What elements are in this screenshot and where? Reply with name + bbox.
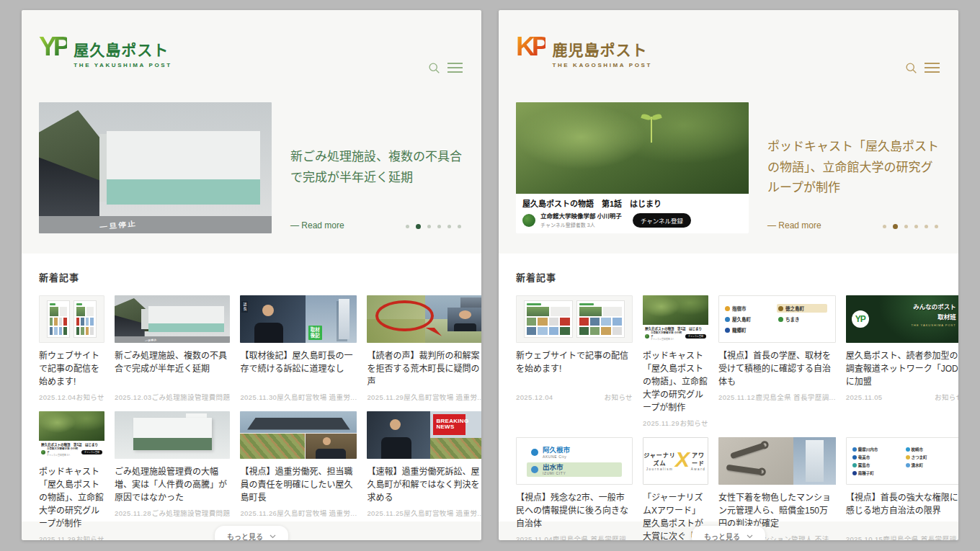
carousel-dot[interactable] — [914, 225, 918, 228]
read-more-link[interactable]: — Read more — [767, 220, 821, 230]
article-thumbnail: 指宿市徳之島町屋久島町ちまき龍郷町 — [718, 295, 836, 343]
article-card[interactable]: ジャーナリズムJournalismXアワードAward 「ジャーナリズムXアワー… — [643, 437, 708, 540]
channel-name: 立命館大学映像学部 小川明子 — [47, 447, 79, 454]
article-card[interactable]: 【読者の声】裁判所の和解案を拒否する荒木町長に疑問の声 2025.11.29 屋… — [367, 295, 481, 402]
article-category[interactable]: 屋久島町営牧場 過重労... — [404, 508, 481, 518]
carousel-dot[interactable] — [437, 225, 441, 228]
article-card[interactable]: BREAKING NEWS 【速報】過重労働死訴訟、屋久島町が和解ではなく判決を… — [367, 411, 481, 540]
carousel-dot[interactable] — [935, 225, 938, 228]
article-card[interactable]: 女性下着を物色したマンション元管理人ら、賠償金150万円の判決が確定 2025.… — [718, 437, 836, 540]
coverage-note-badge: 取材 後記 — [308, 326, 322, 340]
hero-image[interactable]: 一旦停止 — [39, 102, 272, 233]
article-card[interactable]: 屋久島ポストの物語 第1話 はじまり立命館大学映像学部 小川明子チャンネル登録者… — [643, 295, 708, 428]
carousel-dot[interactable] — [458, 225, 461, 228]
article-date: 2025.12.04 — [516, 393, 553, 401]
article-title: 【速報】過重労働死訴訟、屋久島町が和解ではなく判決を求める — [367, 465, 481, 504]
article-card[interactable]: 新ウェブサイトで記事の配信を始めます! 2025.12.04 お知らせ — [516, 295, 633, 428]
article-card[interactable]: 議長取材 後記 【取材後記】屋久島町長の一存で続ける訴訟に道理なし 2025.1… — [240, 295, 357, 402]
article-category[interactable]: ごみ処理施設管理費問題 — [152, 392, 231, 402]
article-category[interactable]: 鹿児島全県 首長学歴調... — [756, 392, 836, 402]
carousel-dot[interactable] — [925, 225, 928, 228]
channel-avatar — [522, 214, 535, 227]
article-category[interactable]: お知らせ — [680, 418, 708, 428]
carousel-dot[interactable] — [883, 225, 886, 228]
load-more-button[interactable]: もっと見る — [692, 526, 765, 540]
article-meta: 2025.12.03 ごみ処理施設管理費問題 — [115, 392, 230, 402]
carousel-dot[interactable] — [904, 225, 908, 228]
article-category[interactable]: 屋久島町営牧場 過重労... — [277, 508, 357, 518]
article-title: 【視点】首長の強大な権限に感じる地方自治法の限界 — [846, 491, 958, 530]
article-title: 【読者の声】裁判所の和解案を拒否する荒木町長に疑問の声 — [367, 349, 481, 388]
article-card[interactable]: YPみんなのポスト取材班THE YAKUSHIMA POST 屋久島ポスト、読者… — [846, 295, 958, 428]
hero-image[interactable]: 屋久島ポストの物語 第1話 はじまり立命館大学映像学部 小川明子チャンネル登録者… — [516, 102, 749, 233]
read-more-link[interactable]: — Read more — [290, 220, 344, 230]
channel-name: 立命館大学映像学部 小川明子 — [540, 212, 622, 220]
load-more-label: もっと見る — [704, 531, 740, 540]
article-date: 2025.11.30 — [240, 393, 277, 401]
articles-grid: 新ウェブサイトで記事の配信を始めます! 2025.12.04 お知らせ 屋久島ポ… — [516, 295, 941, 540]
hero-carousel: 屋久島ポストの物語 第1話 はじまり立命館大学映像学部 小川明子チャンネル登録者… — [499, 91, 958, 233]
article-category[interactable]: マンション管理人 不法... — [756, 534, 836, 540]
article-meta: 2025.10.15 鹿児島全県 首長学歴調... — [846, 534, 958, 540]
article-title: 【視点】首長の学歴、取材を受けて積極的に確認する自治体も — [718, 349, 836, 388]
article-date: 2025.11.28 — [115, 509, 151, 517]
search-icon[interactable] — [905, 62, 917, 74]
article-card[interactable]: 指宿市徳之島町屋久島町ちまき龍郷町 【視点】首長の学歴、取材を受けて積極的に確認… — [718, 295, 836, 428]
carousel-dot[interactable] — [406, 225, 409, 228]
article-meta: 2025.11.26 屋久島町営牧場 過重労... — [240, 508, 357, 518]
news-section: 新着記事 新ウェブサイトで記事の配信を始めます! 2025.12.04 お知らせ… — [499, 254, 958, 521]
article-card[interactable]: 阿久根市AKUNE City出水市IZUMI CITY 【視点】残念な2市、一般… — [516, 437, 633, 540]
desktop-background: { "page": { "background": "#b9b9b9" }, "… — [0, 0, 980, 551]
article-category[interactable]: 屋久島町営牧場 過重労... — [277, 392, 357, 402]
site-header: KP 鹿児島ポスト THE KAGOSHIMA POST — [499, 10, 958, 91]
carousel-dot[interactable] — [447, 225, 451, 228]
article-meta: 2025.11.29 お知らせ — [643, 418, 708, 428]
article-card[interactable]: 新ウェブサイトで記事の配信を始めます! 2025.12.04 お知らせ — [39, 295, 104, 402]
carousel-dot[interactable] — [416, 224, 421, 229]
article-category[interactable]: 屋久島町営牧場 過重労... — [404, 392, 481, 402]
article-thumbnail — [39, 295, 104, 343]
search-icon[interactable] — [428, 62, 440, 74]
article-category[interactable]: お知らせ — [605, 392, 633, 402]
article-category[interactable]: お知らせ — [76, 392, 104, 402]
article-category[interactable]: 鹿児島全県 首長学歴調... — [553, 534, 633, 540]
menu-icon[interactable] — [447, 61, 463, 74]
article-category[interactable]: 鹿児島全県 首長学歴調... — [883, 534, 958, 540]
article-card[interactable]: 一旦停止 新ごみ処理施設、複数の不具合で完成が半年近く延期 2025.12.03… — [115, 295, 230, 402]
article-card[interactable]: 薩摩川内市枕崎市奄美市さつま町霧島市湧水町南種子町 【視点】首長の強大な権限に感… — [846, 437, 958, 540]
menu-icon[interactable] — [925, 61, 940, 74]
municipality-logo: 枕崎市 — [904, 447, 955, 452]
subscribe-button[interactable]: チャンネル登録 — [81, 450, 102, 454]
article-card[interactable]: 【視点】過重労働死、担当職員の責任を明確にしたい屋久島町長 2025.11.26… — [240, 411, 357, 540]
subscribe-button[interactable]: チャンネル登録 — [633, 213, 691, 228]
hero-title[interactable]: 新ごみ処理施設、複数の不具合で完成が半年近く延期 — [290, 147, 463, 189]
municipality-logo: 阿久根市AKUNE City — [527, 445, 622, 460]
carousel-dots — [406, 224, 461, 229]
municipality-logo: 指宿市 — [723, 304, 774, 313]
article-meta: 2025.11.05 お知らせ — [846, 392, 958, 402]
article-category[interactable]: お知らせ — [76, 534, 104, 540]
article-title: 新ウェブサイトで記事の配信を始めます! — [516, 349, 633, 388]
article-date: 2025.12.03 — [115, 393, 152, 401]
article-card[interactable]: 屋久島ポストの物語 第1話 はじまり立命館大学映像学部 小川明子チャンネル登録者… — [39, 411, 104, 540]
header-icons — [428, 45, 463, 91]
carousel-dot[interactable] — [427, 225, 431, 228]
article-category[interactable]: ごみ処理施設管理費問題 — [152, 508, 231, 518]
hero-title[interactable]: ポッドキャスト「屋久島ポストの物語」、立命館大学の研究グループが制作 — [767, 137, 940, 200]
load-more-button[interactable]: もっと見る — [215, 526, 288, 540]
municipality-logo: ちまき — [777, 315, 827, 323]
site-logo[interactable]: KP 鹿児島ポスト THE KAGOSHIMA POST — [516, 36, 652, 91]
article-date: 2025.11.12 — [718, 393, 755, 401]
subscribe-button[interactable]: チャンネル登録 — [685, 334, 706, 339]
site-logo[interactable]: YP 屋久島ポスト THE YAKUSHIMA POST — [39, 36, 172, 91]
article-title: ごみ処理施設管理費の大幅増、実は「人件費の高騰」が原因ではなかった — [115, 465, 230, 504]
article-category[interactable]: お知らせ — [935, 392, 958, 402]
carousel-dot[interactable] — [893, 224, 898, 229]
site-subtitle: THE KAGOSHIMA POST — [552, 62, 652, 68]
article-meta: 2025.11.12 鹿児島全県 首長学歴調... — [718, 392, 836, 402]
article-card[interactable]: ごみ処理施設管理費の大幅増、実は「人件費の高騰」が原因ではなかった 2025.1… — [115, 411, 230, 540]
municipality-logo: 霧島市 — [851, 462, 901, 468]
municipality-logo: 徳之島町 — [777, 304, 827, 313]
site-title: 屋久島ポスト — [74, 38, 172, 60]
chevron-down-icon — [747, 534, 753, 539]
